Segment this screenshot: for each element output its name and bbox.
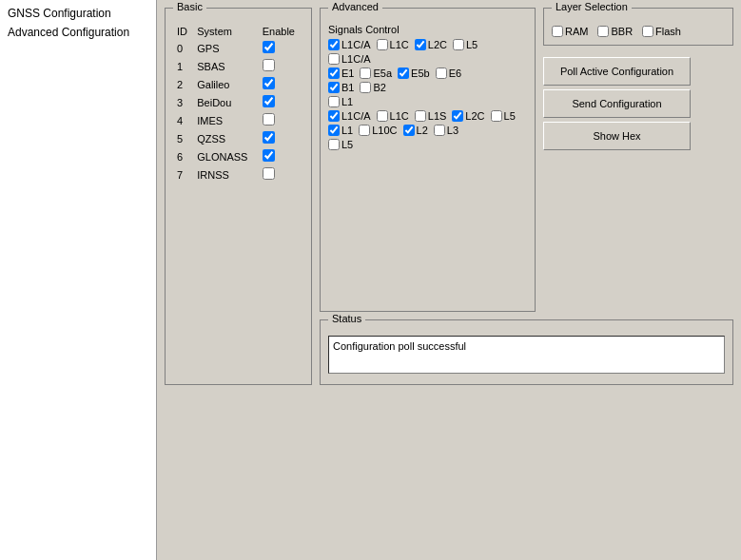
cell-id: 6 <box>173 147 193 165</box>
signal-checkbox-2-3[interactable] <box>436 68 447 79</box>
signal-checkbox-1-0[interactable] <box>328 53 340 65</box>
signal-checkbox-3-1[interactable] <box>360 82 371 93</box>
sidebar-item-adv-config[interactable]: Advanced Configuration <box>0 23 156 42</box>
cell-id: 3 <box>173 93 193 111</box>
signal-item: B2 <box>360 82 385 93</box>
enable-checkbox-3[interactable] <box>263 95 275 107</box>
layer-label: RAM <box>565 26 588 37</box>
cell-enable <box>259 147 303 165</box>
layer-checkbox-flash[interactable] <box>642 26 653 37</box>
signal-label: L5 <box>504 110 516 122</box>
signal-checkbox-5-4[interactable] <box>491 110 502 122</box>
signal-checkbox-5-1[interactable] <box>377 110 388 122</box>
enable-checkbox-6[interactable] <box>263 149 275 162</box>
table-row: 6GLONASS <box>173 147 303 165</box>
signal-label: E1 <box>341 68 354 79</box>
signal-label: L3 <box>447 125 458 136</box>
signal-label: L1C/A <box>341 110 371 122</box>
enable-checkbox-5[interactable] <box>263 131 275 144</box>
signal-row-0: L1C/AL1CL2CL5 <box>328 39 527 50</box>
layer-item-ram: RAM <box>552 26 588 37</box>
signal-label: L2 <box>417 125 428 136</box>
signal-checkbox-0-2[interactable] <box>415 39 426 50</box>
sidebar-item-gnss-config[interactable]: GNSS Configuration <box>0 4 156 23</box>
signals-control: Signals Control L1C/AL1CL2CL5L1C/AE1E5aE… <box>328 24 527 150</box>
signal-checkbox-5-3[interactable] <box>452 110 463 122</box>
signal-checkbox-0-1[interactable] <box>377 39 388 50</box>
status-box: Status <box>320 319 733 385</box>
signal-row-6: L1L10CL2L3 <box>328 125 527 136</box>
poll-button[interactable]: Poll Active Configuration <box>543 57 691 86</box>
enable-checkbox-1[interactable] <box>263 59 275 71</box>
layer-item-bbr: BBR <box>597 26 633 37</box>
table-row: 2Galileo <box>173 75 303 93</box>
signal-checkbox-0-0[interactable] <box>328 39 340 50</box>
signal-checkbox-7-0[interactable] <box>328 139 340 150</box>
enable-checkbox-4[interactable] <box>263 113 275 126</box>
signal-item: L2C <box>452 110 484 122</box>
signal-row-3: B1B2 <box>328 82 527 93</box>
signal-checkbox-2-0[interactable] <box>328 68 340 79</box>
signal-checkbox-6-1[interactable] <box>359 125 370 136</box>
status-input[interactable] <box>328 336 725 374</box>
layer-row: RAMBBRFlash <box>552 26 725 37</box>
hex-button[interactable]: Show Hex <box>543 122 691 150</box>
signal-label: L10C <box>372 125 397 136</box>
signal-checkbox-5-0[interactable] <box>328 110 340 122</box>
signal-row-5: L1C/AL1CL1SL2CL5 <box>328 110 527 122</box>
basic-legend: Basic <box>173 1 206 12</box>
layer-label: Flash <box>655 26 681 37</box>
sidebar: GNSS Configuration Advanced Configuratio… <box>0 0 157 560</box>
cell-id: 0 <box>173 39 193 57</box>
signal-row-4: L1 <box>328 96 527 107</box>
cell-id: 2 <box>173 75 193 93</box>
signal-checkbox-4-0[interactable] <box>328 96 340 107</box>
signal-checkbox-6-0[interactable] <box>328 125 340 136</box>
signal-checkbox-6-3[interactable] <box>434 125 445 136</box>
enable-checkbox-7[interactable] <box>263 167 275 180</box>
layer-label: BBR <box>611 26 633 37</box>
signal-label: L1 <box>341 125 353 136</box>
cell-system: Galileo <box>193 75 258 93</box>
signal-label: L2C <box>465 110 484 122</box>
signal-item: L5 <box>491 110 516 122</box>
signal-label: L1C <box>390 39 409 50</box>
signal-row-2: E1E5aE5bE6 <box>328 68 527 79</box>
enable-checkbox-0[interactable] <box>263 41 275 53</box>
layer-checkbox-bbr[interactable] <box>597 26 609 37</box>
cell-system: GLONASS <box>193 147 258 165</box>
cell-enable <box>259 165 303 183</box>
signal-item: L1C/A <box>328 53 371 65</box>
signal-label: L2C <box>428 39 447 50</box>
top-row: Basic ID System Enable 0GPS1SBAS2Galileo… <box>165 8 733 385</box>
table-row: 1SBAS <box>173 57 303 75</box>
cell-id: 7 <box>173 165 193 183</box>
signal-row-7: L5 <box>328 139 527 150</box>
signal-label: L1S <box>428 110 447 122</box>
signal-checkbox-6-2[interactable] <box>403 125 415 136</box>
signal-checkbox-2-2[interactable] <box>398 68 409 79</box>
layer-checkbox-ram[interactable] <box>552 26 563 37</box>
layer-selection-box: Layer Selection RAMBBRFlash <box>543 8 733 46</box>
signal-label: L5 <box>341 139 353 150</box>
cell-system: IMES <box>193 111 258 129</box>
enable-checkbox-2[interactable] <box>263 77 275 89</box>
cell-system: IRNSS <box>193 165 258 183</box>
basic-table: ID System Enable 0GPS1SBAS2Galileo3BeiDo… <box>173 24 303 183</box>
cell-system: QZSS <box>193 129 258 147</box>
signal-checkbox-3-0[interactable] <box>328 82 340 93</box>
signal-checkbox-5-2[interactable] <box>415 110 426 122</box>
signal-checkbox-0-3[interactable] <box>453 39 464 50</box>
cell-id: 1 <box>173 57 193 75</box>
signal-item: L3 <box>434 125 458 136</box>
table-row: 5QZSS <box>173 129 303 147</box>
signal-item: L5 <box>453 39 478 50</box>
right-sub-panel: Layer Selection RAMBBRFlash Poll Active … <box>543 8 733 150</box>
send-button[interactable]: Send Configuration <box>543 89 691 118</box>
signal-item: L5 <box>328 139 353 150</box>
signal-groups: L1C/AL1CL2CL5L1C/AE1E5aE5bE6B1B2L1L1C/AL… <box>328 39 527 150</box>
signal-checkbox-2-1[interactable] <box>360 68 371 79</box>
signal-label: B2 <box>373 82 385 93</box>
cell-system: GPS <box>193 39 258 57</box>
cell-enable <box>259 75 303 93</box>
